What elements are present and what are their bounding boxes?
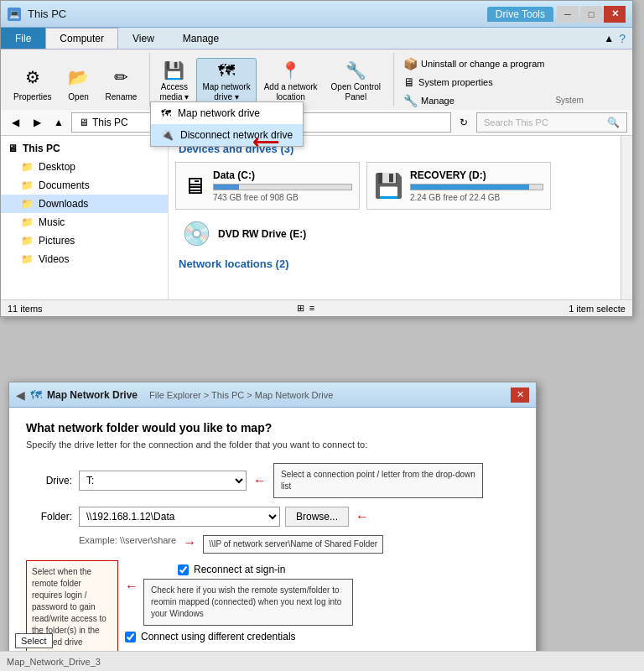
videos-label: Videos (39, 253, 69, 265)
dialog-back-icon[interactable]: ◀ (16, 388, 25, 402)
sidebar-item-downloads[interactable]: 📁 Downloads (1, 195, 168, 213)
drive-d-item[interactable]: 💾 RECOVERY (D:) 2.24 GB free of 22.4 GB (366, 162, 551, 210)
tab-manage[interactable]: Manage (169, 28, 233, 49)
maximize-button[interactable]: □ (580, 6, 602, 23)
drive-select[interactable]: T: (79, 471, 247, 491)
search-box[interactable]: Search This PC 🔍 (476, 112, 627, 133)
sidebar-item-desktop[interactable]: 📁 Desktop (1, 158, 168, 176)
videos-icon: 📁 (21, 253, 34, 265)
sidebar-item-documents[interactable]: 📁 Documents (1, 176, 168, 195)
folder-select[interactable]: \\192.168.1.12\Data (79, 507, 280, 527)
dialog-question: What network folder would you like to ma… (26, 421, 519, 434)
folder-arrow: ← (356, 509, 369, 524)
pictures-label: Pictures (39, 235, 75, 247)
sidebar-item-music[interactable]: 📁 Music (1, 213, 168, 231)
view-list-icon[interactable]: ≡ (309, 303, 314, 314)
tab-computer[interactable]: Computer (45, 28, 118, 49)
scrollbar-right[interactable] (621, 136, 632, 299)
documents-label: Documents (39, 179, 90, 191)
sidebar-item-pictures[interactable]: 📁 Pictures (1, 231, 168, 250)
drive-d-bar (411, 185, 529, 190)
drive-c-name: Data (C:) (213, 169, 352, 181)
map-network-drive-button[interactable]: 🗺 Map networkdrive ▾ (196, 58, 256, 107)
credentials-checkbox[interactable] (125, 632, 136, 642)
properties-label: Properties (13, 92, 52, 102)
dvd-drive-item[interactable]: 💿 DVD RW Drive (E:) (175, 216, 313, 251)
add-network-location-button[interactable]: 📍 Add a networklocation (258, 58, 324, 107)
red-arrow-indicator: ⟵ (252, 132, 279, 153)
forward-button[interactable]: ▶ (28, 113, 46, 132)
map-drive-icon: 🗺 (213, 61, 240, 81)
status-items-count: 11 items (8, 304, 43, 314)
view-large-icon[interactable]: ⊞ (297, 303, 304, 314)
control-panel-icon: 🔧 (342, 60, 369, 81)
disconnect-drive-icon: 🔌 (161, 129, 174, 141)
map-drive-label: Map networkdrive ▾ (202, 82, 250, 102)
sidebar-item-this-pc[interactable]: 🖥 This PC (1, 139, 168, 158)
back-button[interactable]: ◀ (6, 113, 24, 132)
manage-button[interactable]: 🔧 Manage (397, 91, 550, 110)
manage-icon: 🔧 (403, 94, 418, 107)
drive-d-bar-container (410, 184, 543, 190)
refresh-button[interactable]: ↻ (454, 113, 473, 132)
rename-button[interactable]: ✏ Rename (100, 58, 143, 107)
ribbon-group-basic: ⚙ Properties 📂 Open ✏ Rename (8, 53, 150, 107)
title-bar: 💻 This PC Drive Tools ─ □ ✕ (1, 1, 632, 28)
tab-file[interactable]: File (1, 28, 45, 49)
browse-button[interactable]: Browse... (285, 507, 349, 527)
sidebar-item-videos[interactable]: 📁 Videos (1, 250, 168, 268)
downloads-icon: 📁 (21, 198, 34, 210)
window-controls: ─ □ ✕ (557, 6, 626, 23)
reconnect-checkbox[interactable] (178, 564, 189, 575)
sidebar: 🖥 This PC 📁 Desktop 📁 Documents 📁 Downlo… (1, 136, 169, 299)
minimize-button[interactable]: ─ (557, 6, 579, 23)
drive-c-icon: 🖥 (183, 172, 206, 200)
control-panel-label: Open ControlPanel (331, 82, 381, 102)
drive-form-row: Drive: T: ← Select a connection point / … (26, 463, 519, 498)
properties-icon: ⚙ (19, 64, 46, 91)
map-network-drive-menuitem[interactable]: 🗺 Map network drive (151, 102, 303, 124)
drive-tools-tab[interactable]: Drive Tools (487, 7, 553, 22)
dropdown-menu: 🗺 Map network drive 🔌 Disconnect network… (150, 101, 304, 147)
select-annotation-label: Select (15, 633, 53, 648)
example-text: Example: \\server\share (79, 535, 176, 545)
drive-label: Drive: (26, 475, 72, 486)
dialog-close-button[interactable]: ✕ (511, 388, 529, 403)
search-placeholder: Search This PC (484, 117, 548, 127)
add-location-label: Add a networklocation (264, 82, 318, 102)
tab-view[interactable]: View (118, 28, 169, 49)
manage-label: Manage (421, 96, 454, 106)
access-media-button[interactable]: 💾 Accessmedia ▾ (153, 58, 195, 107)
system-properties-label: System properties (418, 77, 493, 87)
this-pc-icon: 🖥 (8, 143, 18, 154)
properties-button[interactable]: ⚙ Properties (8, 58, 58, 107)
system-properties-button[interactable]: 🖥 System properties (397, 73, 550, 91)
pictures-icon: 📁 (21, 235, 34, 247)
drive-c-item[interactable]: 🖥 Data (C:) 743 GB free of 908 GB (175, 162, 360, 210)
help-icon[interactable]: ? (619, 32, 626, 45)
search-icon: 🔍 (607, 117, 620, 128)
ribbon-content: ⚙ Properties 📂 Open ✏ Rename 💾 Accessmed… (1, 49, 632, 110)
dialog-title-bar: ◀ 🗺 Map Network Drive File Explorer > Th… (9, 382, 536, 408)
app-icon: 💻 (8, 8, 21, 21)
close-button[interactable]: ✕ (604, 6, 626, 23)
taskbar-label: Map_Network_Drive_3 (7, 657, 101, 667)
up-button[interactable]: ▲ (49, 113, 68, 132)
collapse-ribbon-icon[interactable]: ▲ (604, 33, 614, 44)
address-bar: ◀ ▶ ▲ 🖥 This PC ↻ Search This PC 🔍 (1, 110, 632, 136)
file-list: Devices and drives (3) 🖥 Data (C:) 743 G… (169, 136, 621, 299)
reconnect-label: Reconnect at sign-in (194, 564, 285, 575)
music-icon: 📁 (21, 216, 34, 228)
open-button[interactable]: 📂 Open (60, 58, 98, 107)
folder-annotation-arrow: → (183, 535, 196, 550)
disconnect-network-drive-menuitem[interactable]: 🔌 Disconnect network drive (151, 124, 303, 146)
map-drive-menu-icon: 🗺 (161, 107, 171, 119)
dialog-map-icon: 🗺 (30, 388, 42, 402)
open-control-panel-button[interactable]: 🔧 Open ControlPanel (325, 58, 387, 107)
rename-label: Rename (106, 92, 138, 102)
window-title: This PC (28, 8, 484, 20)
status-bar: 11 items ⊞ ≡ 1 item selecte (1, 299, 632, 316)
uninstall-button[interactable]: 📦 Uninstall or change a program (397, 55, 550, 73)
desktop-label: Desktop (39, 161, 75, 173)
documents-icon: 📁 (21, 179, 34, 191)
